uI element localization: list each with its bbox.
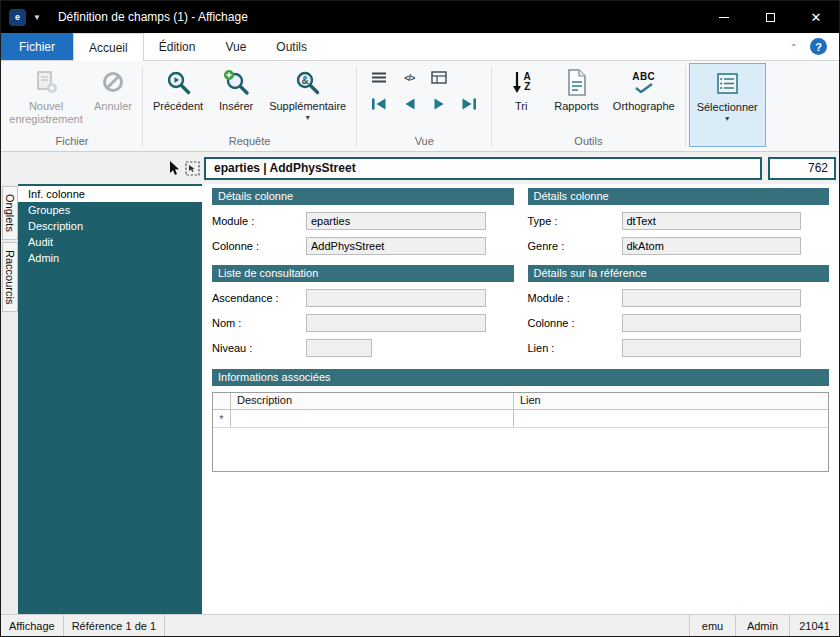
sidebar-item-description[interactable]: Description: [18, 218, 202, 234]
section-details-reference: Détails sur la référence Module : Colonn…: [528, 265, 830, 357]
select-region-icon[interactable]: [185, 161, 200, 176]
ribbon-separator: [685, 66, 686, 147]
sidebar-item-groupes[interactable]: Groupes: [18, 202, 202, 218]
ref-colonne-label: Colonne :: [528, 317, 622, 329]
ref-module-input[interactable]: [622, 289, 802, 307]
ribbon-group-fichier: Nouvel enregistrement Annuler Fichier: [5, 63, 139, 151]
column-header-description: Description: [231, 393, 514, 409]
reports-button[interactable]: Rapports: [547, 63, 606, 115]
xml-view-button[interactable]: </>: [398, 69, 420, 86]
tabrow-right: ⌃ ?: [790, 33, 839, 60]
reports-label: Rapports: [554, 100, 599, 113]
ascendance-label: Ascendance :: [212, 292, 306, 304]
table-row[interactable]: *: [213, 410, 828, 428]
next-record-icon: [432, 97, 447, 111]
section-header: Informations associées: [212, 369, 829, 386]
module-label: Module :: [212, 215, 306, 227]
insert-button[interactable]: Insérer: [210, 63, 262, 115]
ref-lien-label: Lien :: [528, 342, 622, 354]
close-button[interactable]: ✕: [793, 1, 839, 33]
ref-colonne-input[interactable]: [622, 314, 802, 332]
select-caret-icon: ▼: [724, 115, 731, 123]
record-title-bar: eparties | AddPhysStreet: [204, 157, 762, 180]
status-user: Admin: [736, 615, 790, 636]
row-marker-header: [213, 393, 231, 409]
status-database: emu: [690, 615, 736, 636]
tab-accueil[interactable]: Accueil: [73, 33, 144, 61]
help-icon[interactable]: ?: [810, 38, 827, 55]
new-record-icon: [33, 67, 59, 97]
list-view-button[interactable]: [368, 69, 390, 86]
first-record-button[interactable]: [368, 95, 390, 112]
ribbon-group-requete: Précédent Insérer & Supplémentaire ▼ Req…: [146, 63, 353, 151]
previous-search-icon: [165, 67, 192, 97]
tab-outils[interactable]: Outils: [261, 33, 322, 60]
type-input[interactable]: [622, 212, 802, 230]
side-tab-onglets[interactable]: Onglets: [2, 186, 18, 240]
sidebar-item-admin[interactable]: Admin: [18, 250, 202, 266]
table-header-row: Description Lien: [213, 393, 828, 410]
supplementary-caret-icon: ▼: [304, 114, 311, 122]
select-icon: [715, 68, 740, 98]
tab-fichier[interactable]: Fichier: [1, 33, 73, 60]
sheet-view-button[interactable]: [428, 69, 450, 86]
niveau-input[interactable]: [306, 339, 372, 357]
status-mode: Affichage: [1, 615, 64, 636]
insert-label: Insérer: [219, 100, 253, 113]
sort-label: Tri: [515, 100, 527, 113]
sidebar-item-inf-colonne[interactable]: Inf. colonne: [18, 186, 202, 202]
colonne-input[interactable]: [306, 237, 486, 255]
ribbon-group-select: Sélectionner ▼: [689, 63, 766, 151]
group-label-fichier: Fichier: [5, 135, 139, 151]
last-record-button[interactable]: [458, 95, 480, 112]
ribbon: Nouvel enregistrement Annuler Fichier: [1, 60, 839, 152]
ribbon-group-vue: </>: [360, 63, 488, 151]
cell-lien[interactable]: [514, 410, 828, 427]
spelling-button[interactable]: ABC Orthographe: [606, 63, 682, 115]
form-column-left: Détails colonne Module : Colonne : Liste…: [212, 188, 514, 367]
group-label-vue: Vue: [360, 135, 488, 151]
associated-info-table[interactable]: Description Lien *: [212, 392, 829, 472]
ribbon-tab-row: Fichier Accueil Édition Vue Outils ⌃ ?: [1, 33, 839, 60]
module-input[interactable]: [306, 212, 486, 230]
record-nav-row: [368, 95, 480, 112]
next-record-button[interactable]: [428, 95, 450, 112]
ascendance-input[interactable]: [306, 289, 486, 307]
ribbon-separator: [491, 66, 492, 147]
status-number: 21041: [790, 615, 839, 636]
app-logo-icon: e: [9, 9, 26, 26]
select-button[interactable]: Sélectionner ▼: [689, 63, 766, 147]
cell-description[interactable]: [231, 410, 514, 427]
tab-vue[interactable]: Vue: [210, 33, 261, 60]
ribbon-separator: [356, 66, 357, 147]
record-count: 762: [808, 161, 828, 175]
supplementary-button[interactable]: & Supplémentaire ▼: [262, 63, 353, 124]
new-record-button[interactable]: Nouvel enregistrement: [5, 63, 87, 127]
minimize-icon: [719, 17, 729, 18]
previous-button[interactable]: Précédent: [146, 63, 210, 115]
sidebar-item-audit[interactable]: Audit: [18, 234, 202, 250]
nom-input[interactable]: [306, 314, 486, 332]
ribbon-group-outils: AZ Tri Rapports ABC: [495, 63, 681, 151]
sort-button[interactable]: AZ Tri: [495, 63, 547, 115]
section-header: Détails sur la référence: [528, 265, 830, 282]
genre-input[interactable]: [622, 237, 802, 255]
cancel-button[interactable]: Annuler: [87, 63, 139, 115]
record-title: eparties | AddPhysStreet: [214, 161, 356, 175]
side-tab-raccourcis[interactable]: Raccourcis: [2, 242, 18, 312]
quick-access-caret-icon[interactable]: ▼: [33, 13, 41, 22]
minimize-button[interactable]: [701, 1, 747, 33]
spellcheck-icon: ABC: [632, 67, 655, 97]
collapse-ribbon-icon[interactable]: ⌃: [790, 42, 798, 53]
maximize-button[interactable]: [747, 1, 793, 33]
ref-lien-input[interactable]: [622, 339, 802, 357]
side-tab-strip: Onglets Raccourcis: [1, 184, 18, 614]
view-mode-row: </>: [368, 69, 480, 86]
status-spacer: [165, 615, 690, 636]
pointer-icon[interactable]: [168, 160, 180, 176]
supplementary-search-icon: &: [294, 67, 321, 97]
previous-record-button[interactable]: [398, 95, 420, 112]
sheet-view-icon: [431, 71, 447, 84]
xml-view-icon: </>: [404, 73, 414, 83]
tab-edition[interactable]: Édition: [144, 33, 211, 60]
